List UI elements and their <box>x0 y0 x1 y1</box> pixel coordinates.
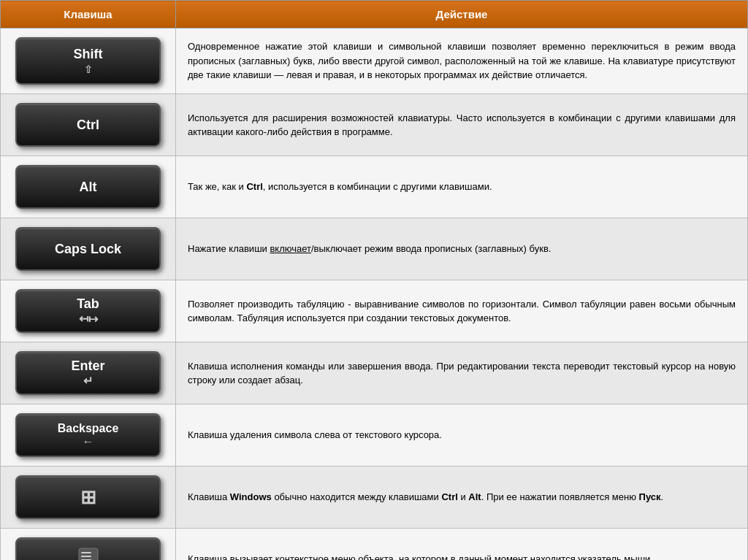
key-label: Caps Lock <box>55 242 121 257</box>
svg-rect-0 <box>79 548 98 561</box>
key-cell: Alt <box>1 156 176 218</box>
key-sub-label: ↵ <box>83 374 93 388</box>
key-button: Tab↤↦ <box>15 289 161 333</box>
key-label: Shift <box>74 47 103 62</box>
table-row: Enter↵Клавиша исполнения команды или зав… <box>1 342 748 404</box>
description-cell: Одновременное нажатие этой клавиши и сим… <box>176 28 748 94</box>
key-label: Backspace <box>58 422 119 435</box>
table-row: AltТак же, как и Ctrl, используется в ко… <box>1 156 748 218</box>
key-button: Shift⇧ <box>15 37 161 85</box>
key-button <box>15 537 161 560</box>
table-row: Tab↤↦Позволяет производить табуляцию - в… <box>1 280 748 342</box>
description-cell: Так же, как и Ctrl, используется в комби… <box>176 156 748 218</box>
svg-rect-1 <box>81 552 91 553</box>
key-sub-label: ↤↦ <box>79 312 98 326</box>
key-cell <box>1 529 176 561</box>
description-cell: Позволяет производить табуляцию - выравн… <box>176 280 748 342</box>
key-cell: Ctrl <box>1 94 176 156</box>
key-button: ⊞ <box>15 475 161 519</box>
key-cell: Shift⇧ <box>1 28 176 94</box>
table-row: ⊞Клавиша Windows обычно находится между … <box>1 467 748 529</box>
description-cell: Клавиша вызывает контекстное меню объект… <box>176 529 748 561</box>
key-button: Alt <box>15 165 161 209</box>
description-cell: Клавиша удаления символа слева от тексто… <box>176 404 748 467</box>
key-cell: Enter↵ <box>1 342 176 404</box>
description-cell: Клавиша исполнения команды или завершени… <box>176 342 748 404</box>
key-cell: Tab↤↦ <box>1 280 176 342</box>
key-sub-label: ← <box>83 435 94 448</box>
col-header-action: Действие <box>176 1 748 28</box>
table-row: Shift⇧Одновременное нажатие этой клавиши… <box>1 28 748 94</box>
key-button: Ctrl <box>15 103 161 147</box>
description-cell: Используется для расширения возможностей… <box>176 94 748 156</box>
key-button: Caps Lock <box>15 227 161 271</box>
key-label: Enter <box>71 358 104 374</box>
table-row: CtrlИспользуется для расширения возможно… <box>1 94 748 156</box>
context-menu-icon <box>77 547 99 561</box>
key-cell: Caps Lock <box>1 218 176 280</box>
description-cell: Клавиша Windows обычно находится между к… <box>176 467 748 529</box>
key-label: Tab <box>77 296 99 312</box>
table-row: Caps LockНажатие клавиши включает/выключ… <box>1 218 748 280</box>
windows-icon: ⊞ <box>80 486 96 509</box>
table-row: Клавиша вызывает контекстное меню объект… <box>1 529 748 561</box>
table-row: Backspace←Клавиша удаления символа слева… <box>1 404 748 467</box>
key-label: Ctrl <box>77 118 99 133</box>
key-cell: Backspace← <box>1 404 176 467</box>
key-button: Enter↵ <box>15 351 161 395</box>
key-label: Alt <box>80 180 97 195</box>
key-button: Backspace← <box>15 413 161 457</box>
svg-rect-2 <box>81 556 91 557</box>
key-cell: ⊞ <box>1 467 176 529</box>
description-cell: Нажатие клавиши включает/выключает режим… <box>176 218 748 280</box>
key-sub-label: ⇧ <box>84 64 93 75</box>
col-header-key: Клавиша <box>1 1 176 28</box>
